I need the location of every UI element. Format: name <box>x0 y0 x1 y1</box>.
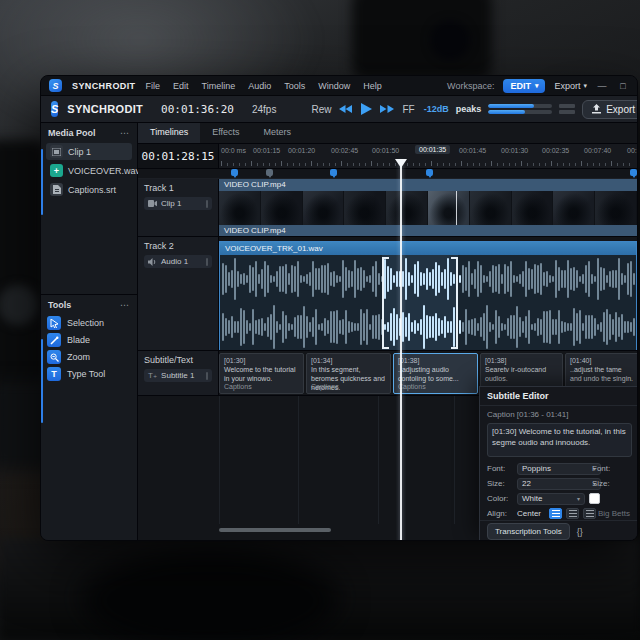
media-item-voiceover[interactable]: + VOICEOVER.wav <box>46 162 132 179</box>
caption-text: Welcome to the tutorial in your winowo. <box>224 366 295 382</box>
media-item-label: VOICEOVER.wav <box>68 166 140 176</box>
skip-back-icon[interactable] <box>339 104 353 114</box>
media-item-clip1[interactable]: Clip 1 <box>46 143 132 160</box>
app-logo-icon: S <box>49 79 62 92</box>
playhead-marker-icon <box>395 159 407 168</box>
selection-in-handle[interactable] <box>382 257 384 349</box>
tab-meters[interactable]: Meters <box>252 123 304 143</box>
waveform[interactable] <box>220 255 636 350</box>
app-window: S SYNCHRODIT File Edit Timeline Audio To… <box>40 75 638 541</box>
selection-out-handle[interactable] <box>456 257 458 349</box>
waveform-selection-region[interactable] <box>382 255 458 350</box>
workspace-dropdown[interactable]: EDIT ▾ <box>503 79 545 93</box>
video-thumbnails <box>219 191 637 225</box>
timeline-marker[interactable] <box>266 169 273 176</box>
chip-handle <box>206 258 208 266</box>
menu-timeline[interactable]: Timeline <box>202 81 236 91</box>
transport-timecode: 00:01:36:20 <box>161 103 234 116</box>
font-dropdown[interactable]: Poppins ▾ <box>517 463 601 475</box>
media-item-captions[interactable]: Captions.srt <box>46 181 132 198</box>
caption-box-3-selected[interactable]: [01:38] ..adjusting audio contoling to s… <box>393 353 478 394</box>
audio-clip[interactable]: VOICEOVER_TRK_01.wav <box>219 241 637 350</box>
caption-text-input[interactable]: [01:30] Welcome to the tutorial, in this… <box>487 423 632 457</box>
timeline-ruler[interactable]: 00:01:28:15 00:0 ms 00:01:15 00:01:20 00… <box>138 144 637 169</box>
menu-file[interactable]: File <box>146 81 161 91</box>
audio-clip-name: VOICEOVER_TRK_01.wav <box>220 242 636 255</box>
accent-strip <box>41 149 43 215</box>
tool-selection[interactable]: Selection <box>47 316 131 330</box>
menu-edit[interactable]: Edit <box>173 81 189 91</box>
accent-strip <box>41 339 43 423</box>
menu-help[interactable]: Help <box>363 81 382 91</box>
chip-handle <box>206 200 208 208</box>
horizontal-scrollbar[interactable] <box>219 528 331 532</box>
font-row: Font: Poppins ▾ Font: <box>480 461 638 476</box>
font-value: Poppins <box>522 464 551 473</box>
timeline-marker[interactable] <box>231 169 238 176</box>
track-row-video: Track 1 Clip 1 VIDEO CLIP.mp4 <box>138 179 637 237</box>
tab-timelines[interactable]: Timelines <box>138 123 200 143</box>
chevron-down-icon: ▾ <box>577 495 580 502</box>
tool-type[interactable]: T Type Tool <box>47 367 131 381</box>
media-pool-header: Media Pool ⋯ <box>41 123 137 141</box>
ruler-scale[interactable]: 00:0 ms 00:01:15 00:01:20 00:02:45 00:01… <box>219 144 637 168</box>
type-tool-icon: T <box>47 367 61 381</box>
transcription-tools-button[interactable]: Transcription Tools <box>487 523 570 540</box>
video-clip-name-top: VIDEO CLIP.mp4 <box>219 179 637 191</box>
skip-forward-icon[interactable] <box>380 104 394 114</box>
tab-effects[interactable]: Effects <box>200 123 251 143</box>
timeline-marker[interactable] <box>330 169 337 176</box>
caption-box-2[interactable]: [01:34] In this segment, beromes quickne… <box>306 353 391 394</box>
caption-time: [01:38] <box>485 357 506 364</box>
timeline-marker[interactable] <box>630 169 637 176</box>
more-options-icon[interactable]: ⋯ <box>120 128 130 138</box>
tool-zoom[interactable]: Zoom <box>47 350 131 364</box>
caption-box-1[interactable]: [01:30] Welcome to the tutorial in your … <box>219 353 304 394</box>
track-row-audio: Track 2 Audio 1 VOICEOVER_TRK_01.wav <box>138 237 637 351</box>
tool-label: Type Tool <box>67 369 105 379</box>
ruler-ticks <box>221 161 635 166</box>
size-dropdown[interactable]: 22 ▾ <box>517 478 601 490</box>
menu-tools[interactable]: Tools <box>284 81 305 91</box>
right-font-label: Font: <box>592 464 610 473</box>
gridline <box>454 396 455 524</box>
track3-clip-chip[interactable]: T₊ Subtitle 1 <box>144 369 212 382</box>
ruler-label-highlighted: 00:01:35 <box>415 145 450 154</box>
timeline-marker[interactable] <box>426 169 433 176</box>
align-left-button[interactable] <box>549 508 562 519</box>
menu-audio[interactable]: Audio <box>248 81 271 91</box>
braces-icon[interactable]: {} <box>577 527 583 537</box>
color-dropdown[interactable]: White ▾ <box>517 493 585 505</box>
track1-clip-chip[interactable]: Clip 1 <box>144 197 212 210</box>
subtitle-editor-footer: Transcription Tools {} <box>480 520 638 541</box>
background-camera <box>352 0 492 80</box>
ruler-label: 00:01:30 <box>501 147 528 154</box>
export-button[interactable]: Export <box>582 100 638 119</box>
tool-blade[interactable]: Blade <box>47 333 131 347</box>
play-icon[interactable] <box>361 103 372 115</box>
playhead[interactable] <box>400 161 402 541</box>
align-center-button[interactable] <box>566 508 579 519</box>
ruler-label: 00:07:40 <box>584 147 611 154</box>
ruler-label: 00:01:50 <box>372 147 399 154</box>
video-clip[interactable]: VIDEO CLIP.mp4 VIDEO CLIP.mp4 <box>219 179 637 236</box>
maximize-button[interactable]: □ <box>617 81 629 91</box>
menu-window[interactable]: Window <box>318 81 350 91</box>
chip-label: Audio 1 <box>161 257 188 266</box>
clip-cut-line <box>456 191 457 225</box>
minimize-button[interactable]: — <box>596 81 608 91</box>
caption-time: [01:30] <box>224 357 245 364</box>
export-menu[interactable]: Export ▾ <box>554 81 587 91</box>
color-swatch[interactable] <box>589 493 600 504</box>
track2-clip-chip[interactable]: Audio 1 <box>144 255 212 268</box>
align-right-button[interactable] <box>583 508 596 519</box>
media-item-label: Clip 1 <box>68 147 91 157</box>
workspace-label: Workspace: <box>447 81 494 91</box>
track3-title: Subtitle/Text <box>144 355 212 365</box>
more-options-icon[interactable]: ⋯ <box>120 300 130 310</box>
color-value: White <box>522 494 542 503</box>
align-value: Center <box>517 509 545 518</box>
ruler-label: 00:02:45 <box>331 147 358 154</box>
audio-clip-area[interactable]: VOICEOVER_TRK_01.wav <box>219 237 637 350</box>
export-button-label: Export <box>606 104 635 115</box>
